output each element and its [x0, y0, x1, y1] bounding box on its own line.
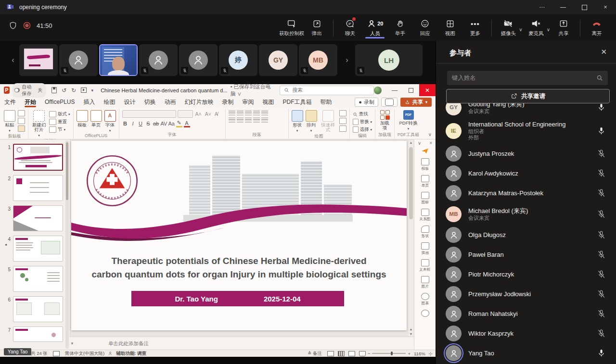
addins-button[interactable]: 加载项 — [380, 110, 390, 130]
arrange-button[interactable]: 排列▾ — [306, 110, 317, 133]
participant-row[interactable]: Justyna Proszek — [436, 144, 616, 163]
new-slide-button[interactable]: 新建幻灯片▾ — [31, 110, 47, 138]
menu-design[interactable]: 设计 — [119, 96, 140, 108]
rail-chart-button[interactable]: 图表 — [414, 293, 436, 306]
mic-off-icon[interactable] — [597, 169, 606, 178]
participant-row[interactable]: Wiktor Kasprzyk — [436, 324, 616, 343]
menu-draw[interactable]: 绘图 — [99, 96, 119, 108]
ppt-close-button[interactable]: ✕ — [419, 84, 436, 96]
window-maximize-button[interactable] — [574, 0, 595, 14]
share-invite-button[interactable]: 共享邀请 — [446, 89, 610, 103]
participant-row[interactable]: GY Guoting Yang (来宾)会议来宾 — [436, 102, 616, 118]
rail-single-page-button[interactable]: 单页 — [414, 175, 436, 188]
save-icon[interactable] — [51, 87, 57, 93]
ppt-search-box[interactable]: 搜索 — [280, 86, 374, 95]
rail-illustration-button[interactable]: 插画 — [414, 242, 436, 256]
menu-insert[interactable]: 插入 — [79, 96, 99, 108]
fit-slide-icon[interactable]: ⊹ — [429, 351, 433, 356]
next-slide-button[interactable]: ▼ — [409, 332, 413, 337]
raise-hand-button[interactable]: 举手 — [387, 16, 412, 37]
camera-button[interactable]: 摄像头 — [496, 16, 521, 37]
strip-prev-chevron[interactable]: ‹ — [7, 56, 19, 64]
people-button[interactable]: 20 人员 — [362, 16, 387, 37]
scrollbar-thumb[interactable] — [409, 147, 413, 219]
record-button[interactable]: ● 录制 — [355, 98, 378, 107]
scroll-up-arrow[interactable]: ▲ — [409, 140, 413, 145]
ppt-restore-button[interactable] — [403, 84, 419, 96]
participant-row[interactable]: Olga Długosz — [436, 225, 616, 245]
zoom-out-button[interactable]: − — [368, 351, 371, 356]
paste-button[interactable]: 粘贴▾ — [4, 110, 15, 133]
slide-thumb-1[interactable]: 1 — [1, 144, 63, 171]
tile-participant-ting[interactable]: 婷 — [219, 44, 257, 76]
slide-thumb-6[interactable]: 6 — [1, 296, 63, 322]
clear-format-icon[interactable]: A̸ — [214, 111, 219, 117]
mic-off-icon[interactable] — [597, 250, 606, 259]
rail-shapes-button[interactable]: 形状 — [414, 226, 436, 239]
undo-icon[interactable]: ↺ — [62, 87, 66, 94]
tile-active-speaker-video[interactable] — [99, 44, 138, 76]
normal-view-button[interactable] — [327, 351, 334, 356]
section-button[interactable]: 节 ▾ — [49, 126, 70, 133]
rail-close-icon[interactable]: × — [429, 140, 432, 146]
bold-button[interactable]: B — [122, 121, 128, 126]
mic-off-icon[interactable] — [597, 230, 606, 239]
tile-participant-avatar[interactable] — [179, 44, 218, 76]
participant-row[interactable]: Piotr Michorczyk — [436, 264, 616, 284]
line-spacing-icon[interactable] — [261, 110, 268, 115]
shape-outline-icon[interactable] — [339, 118, 346, 124]
mic-on-icon[interactable] — [597, 126, 606, 136]
participant-row[interactable]: Przemysław Jodłowski — [436, 284, 616, 304]
slide[interactable]: Therapeutic potentials of Chinese Herbal… — [71, 141, 407, 330]
reading-view-button[interactable] — [348, 351, 355, 356]
language-status[interactable]: 简体中文(中国大陆) — [65, 351, 104, 357]
account-avatar[interactable] — [374, 87, 382, 94]
bullets-icon[interactable] — [229, 110, 235, 115]
quick-styles-button[interactable]: 快速样式 — [320, 110, 337, 132]
mic-off-icon[interactable] — [597, 309, 606, 318]
ppt-share-button[interactable]: 共享 ▾ — [400, 98, 432, 107]
participant-row[interactable]: Paweł Baran — [436, 245, 616, 264]
view-button[interactable]: 视图 — [437, 16, 462, 37]
single-page-button[interactable]: 单页 — [90, 110, 102, 127]
replace-button[interactable]: 替换 ▾ — [353, 119, 372, 125]
pdf-convert-button[interactable]: PDF PDF转换▾ — [399, 110, 418, 131]
font-size-select[interactable] — [178, 110, 193, 118]
zoom-level[interactable]: 116% — [414, 351, 425, 356]
slide-thumb-5[interactable]: 5 — [1, 266, 63, 292]
columns-icon[interactable] — [261, 117, 268, 123]
mic-off-icon[interactable] — [597, 270, 606, 279]
participant-search-input[interactable]: 键入姓名 — [447, 71, 608, 85]
slide-thumb-2[interactable]: 2 — [1, 175, 63, 201]
popout-button[interactable]: 弹出 — [304, 16, 329, 37]
menu-file[interactable]: 文件 — [0, 96, 20, 108]
mic-off-icon[interactable] — [597, 289, 606, 299]
align-center-icon[interactable] — [237, 117, 244, 123]
zoom-in-button[interactable]: + — [408, 351, 411, 356]
rail-collapse-chevron[interactable]: ∨ — [418, 140, 421, 146]
comments-button[interactable] — [381, 98, 398, 107]
leave-button[interactable]: 离开 — [584, 16, 609, 37]
more-button[interactable]: ••• 更多 — [462, 16, 488, 37]
rail-diagram-button[interactable]: 关系图 — [414, 209, 436, 222]
font-button[interactable]: A字体▾ — [104, 110, 116, 133]
font-color-button[interactable]: A — [184, 120, 190, 127]
slide-thumb-4[interactable]: 4✦ — [1, 236, 63, 262]
layout-button[interactable]: 版式 ▾ — [49, 111, 70, 117]
spacing-button[interactable]: AV — [161, 121, 167, 126]
shapes-button[interactable]: 形状▾ — [292, 110, 303, 133]
display-settings-icon[interactable] — [53, 351, 60, 356]
mic-off-icon[interactable] — [597, 329, 606, 338]
strip-next-chevron[interactable]: › — [341, 56, 353, 64]
slideshow-view-button[interactable] — [359, 351, 366, 356]
slideshow-icon[interactable] — [81, 88, 86, 93]
strike-button[interactable]: S — [145, 121, 152, 126]
shape-effects-icon[interactable] — [339, 126, 346, 132]
menu-review[interactable]: 审阅 — [238, 96, 258, 108]
react-button[interactable]: 回应 — [412, 16, 437, 37]
participant-row[interactable]: Karol Awdykowicz — [436, 163, 616, 183]
request-control-button[interactable]: 获取控制权 — [279, 16, 304, 37]
menu-slideshow[interactable]: 幻灯片放映 — [180, 96, 218, 108]
tile-screenshare-preview[interactable] — [19, 44, 58, 76]
participant-row[interactable]: Katarzyna Matras-Postołek — [436, 183, 616, 203]
